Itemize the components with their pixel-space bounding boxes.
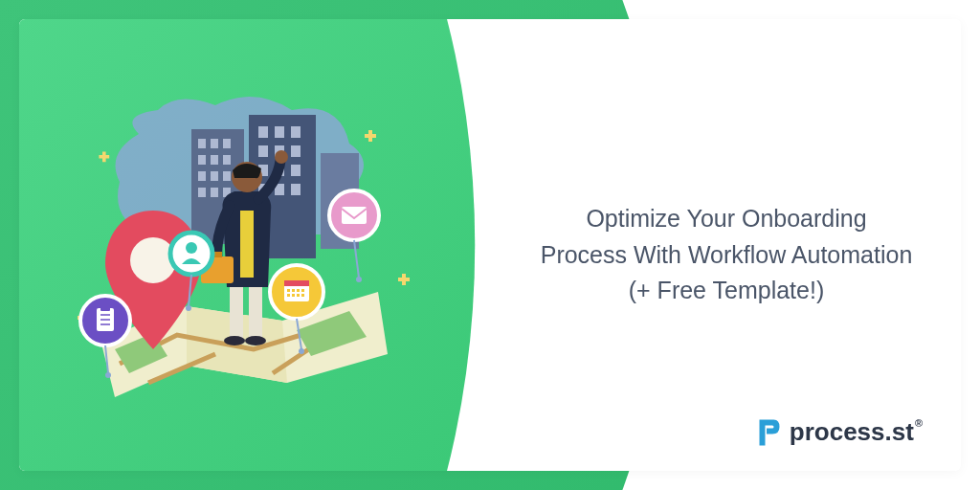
svg-point-69 [356, 277, 362, 282]
svg-rect-32 [230, 282, 243, 338]
brand-logo: process.st® [755, 417, 923, 447]
brand-name: process.st® [790, 417, 923, 447]
svg-point-65 [299, 348, 304, 354]
svg-rect-62 [297, 294, 300, 297]
headline-text: Optimize Your Onboarding Process With Wo… [540, 201, 913, 309]
svg-rect-43 [100, 306, 110, 311]
svg-rect-11 [223, 171, 231, 181]
svg-rect-13 [211, 188, 218, 197]
svg-rect-67 [342, 207, 367, 224]
svg-rect-58 [297, 289, 300, 292]
process-st-icon [755, 418, 784, 447]
svg-point-52 [186, 305, 191, 311]
svg-rect-18 [258, 145, 268, 157]
svg-rect-4 [211, 139, 218, 148]
registered-mark: ® [915, 417, 923, 429]
svg-point-35 [245, 336, 266, 345]
svg-rect-26 [291, 184, 301, 195]
svg-rect-63 [301, 294, 304, 297]
svg-rect-59 [301, 289, 304, 292]
content-card: Optimize Your Onboarding Process With Wo… [19, 19, 961, 471]
svg-point-50 [186, 242, 197, 254]
svg-rect-6 [198, 155, 206, 165]
hero-illustration [62, 86, 426, 412]
svg-rect-20 [291, 145, 301, 157]
svg-rect-17 [291, 126, 301, 138]
svg-rect-36 [240, 211, 254, 278]
svg-rect-55 [284, 280, 309, 286]
svg-rect-60 [287, 294, 290, 297]
svg-point-38 [275, 150, 288, 164]
svg-rect-56 [287, 289, 290, 292]
svg-rect-10 [211, 171, 218, 181]
svg-rect-3 [198, 139, 206, 148]
svg-point-34 [224, 336, 245, 345]
svg-rect-9 [198, 171, 206, 181]
svg-rect-5 [223, 139, 231, 148]
svg-rect-61 [292, 294, 295, 297]
svg-rect-23 [291, 165, 301, 176]
svg-rect-8 [223, 155, 231, 165]
svg-rect-15 [258, 126, 268, 138]
svg-rect-57 [292, 289, 295, 292]
svg-rect-7 [211, 155, 218, 165]
svg-rect-16 [275, 126, 284, 138]
svg-rect-12 [198, 188, 206, 197]
svg-point-48 [105, 372, 111, 378]
svg-rect-33 [249, 282, 262, 338]
